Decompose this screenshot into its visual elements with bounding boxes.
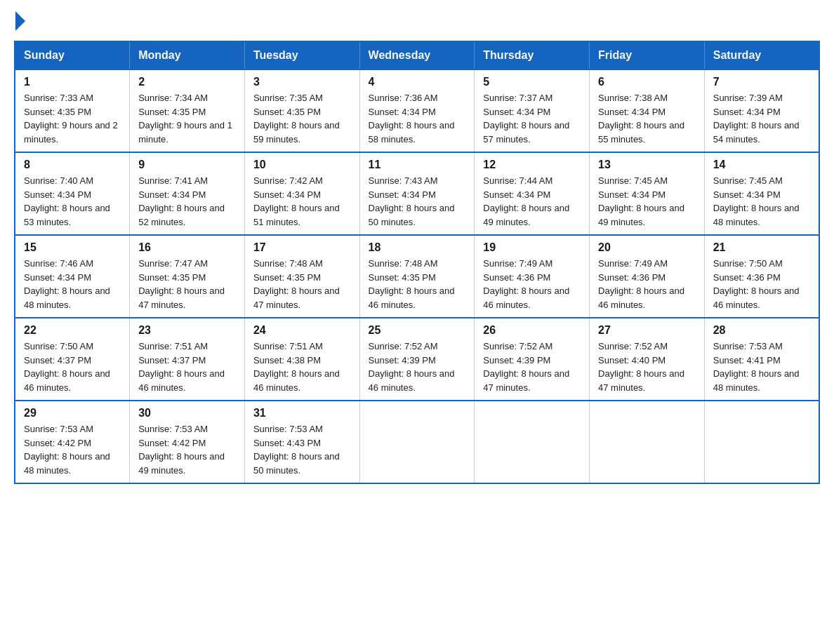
logo-triangle-icon [15,11,25,31]
day-number: 25 [369,324,466,337]
day-info: Sunrise: 7:52 AMSunset: 4:39 PMDaylight:… [483,341,569,393]
day-of-week-friday: Friday [590,41,705,69]
day-of-week-thursday: Thursday [475,41,590,69]
calendar-cell [359,401,475,483]
day-info: Sunrise: 7:38 AMSunset: 4:34 PMDaylight:… [598,93,684,145]
day-info: Sunrise: 7:49 AMSunset: 4:36 PMDaylight:… [598,258,684,310]
calendar-body: 1 Sunrise: 7:33 AMSunset: 4:35 PMDayligh… [15,69,819,483]
day-number: 11 [369,159,466,171]
day-info: Sunrise: 7:48 AMSunset: 4:35 PMDaylight:… [253,258,340,310]
day-info: Sunrise: 7:51 AMSunset: 4:38 PMDaylight:… [253,341,340,393]
day-of-week-monday: Monday [130,41,245,69]
day-number: 10 [253,159,351,171]
calendar-cell: 5 Sunrise: 7:37 AMSunset: 4:34 PMDayligh… [475,69,590,152]
calendar-cell: 2 Sunrise: 7:34 AMSunset: 4:35 PMDayligh… [130,69,245,152]
day-number: 20 [598,241,696,254]
day-info: Sunrise: 7:45 AMSunset: 4:34 PMDaylight:… [713,175,800,227]
calendar-cell: 9 Sunrise: 7:41 AMSunset: 4:34 PMDayligh… [130,152,245,235]
calendar-cell: 4 Sunrise: 7:36 AMSunset: 4:34 PMDayligh… [359,69,475,152]
calendar-cell: 11 Sunrise: 7:43 AMSunset: 4:34 PMDaylig… [359,152,475,235]
calendar-cell: 6 Sunrise: 7:38 AMSunset: 4:34 PMDayligh… [590,69,705,152]
days-of-week-row: SundayMondayTuesdayWednesdayThursdayFrid… [15,41,819,69]
calendar-cell: 23 Sunrise: 7:51 AMSunset: 4:37 PMDaylig… [130,318,245,401]
day-number: 26 [483,324,581,337]
day-info: Sunrise: 7:49 AMSunset: 4:36 PMDaylight:… [483,258,569,310]
calendar-cell: 24 Sunrise: 7:51 AMSunset: 4:38 PMDaylig… [244,318,359,401]
calendar-week-5: 29 Sunrise: 7:53 AMSunset: 4:42 PMDaylig… [15,401,819,483]
calendar-cell: 3 Sunrise: 7:35 AMSunset: 4:35 PMDayligh… [244,69,359,152]
day-number: 23 [138,324,236,337]
day-info: Sunrise: 7:53 AMSunset: 4:42 PMDaylight:… [138,424,225,476]
calendar-cell: 8 Sunrise: 7:40 AMSunset: 4:34 PMDayligh… [15,152,130,235]
calendar-week-1: 1 Sunrise: 7:33 AMSunset: 4:35 PMDayligh… [15,69,819,152]
day-number: 27 [598,324,696,337]
day-number: 16 [138,241,236,254]
day-info: Sunrise: 7:39 AMSunset: 4:34 PMDaylight:… [713,93,800,145]
day-info: Sunrise: 7:48 AMSunset: 4:35 PMDaylight:… [369,258,455,310]
calendar-cell: 19 Sunrise: 7:49 AMSunset: 4:36 PMDaylig… [475,235,590,318]
calendar-cell: 29 Sunrise: 7:53 AMSunset: 4:42 PMDaylig… [15,401,130,483]
day-number: 17 [253,241,351,254]
logo [14,14,25,27]
calendar-cell: 16 Sunrise: 7:47 AMSunset: 4:35 PMDaylig… [130,235,245,318]
day-info: Sunrise: 7:53 AMSunset: 4:41 PMDaylight:… [713,341,800,393]
day-info: Sunrise: 7:53 AMSunset: 4:42 PMDaylight:… [24,424,110,476]
day-number: 21 [713,241,810,254]
calendar-week-3: 15 Sunrise: 7:46 AMSunset: 4:34 PMDaylig… [15,235,819,318]
day-info: Sunrise: 7:51 AMSunset: 4:37 PMDaylight:… [138,341,225,393]
calendar-cell: 10 Sunrise: 7:42 AMSunset: 4:34 PMDaylig… [244,152,359,235]
calendar-header: SundayMondayTuesdayWednesdayThursdayFrid… [15,41,819,69]
day-number: 15 [24,241,121,254]
day-info: Sunrise: 7:53 AMSunset: 4:43 PMDaylight:… [253,424,340,476]
day-info: Sunrise: 7:52 AMSunset: 4:39 PMDaylight:… [369,341,455,393]
calendar-cell: 18 Sunrise: 7:48 AMSunset: 4:35 PMDaylig… [359,235,475,318]
calendar-cell: 30 Sunrise: 7:53 AMSunset: 4:42 PMDaylig… [130,401,245,483]
calendar-cell: 12 Sunrise: 7:44 AMSunset: 4:34 PMDaylig… [475,152,590,235]
day-number: 5 [483,76,581,88]
calendar-cell: 22 Sunrise: 7:50 AMSunset: 4:37 PMDaylig… [15,318,130,401]
day-info: Sunrise: 7:52 AMSunset: 4:40 PMDaylight:… [598,341,684,393]
calendar-cell [475,401,590,483]
calendar-cell: 21 Sunrise: 7:50 AMSunset: 4:36 PMDaylig… [704,235,819,318]
day-of-week-tuesday: Tuesday [244,41,359,69]
day-info: Sunrise: 7:34 AMSunset: 4:35 PMDaylight:… [138,93,232,145]
day-info: Sunrise: 7:50 AMSunset: 4:36 PMDaylight:… [713,258,800,310]
calendar-cell: 7 Sunrise: 7:39 AMSunset: 4:34 PMDayligh… [704,69,819,152]
calendar-cell [704,401,819,483]
calendar-week-4: 22 Sunrise: 7:50 AMSunset: 4:37 PMDaylig… [15,318,819,401]
day-number: 24 [253,324,351,337]
day-number: 14 [713,159,810,171]
calendar-cell: 27 Sunrise: 7:52 AMSunset: 4:40 PMDaylig… [590,318,705,401]
day-number: 7 [713,76,810,88]
day-info: Sunrise: 7:35 AMSunset: 4:35 PMDaylight:… [253,93,340,145]
day-number: 22 [24,324,121,337]
day-info: Sunrise: 7:41 AMSunset: 4:34 PMDaylight:… [138,175,225,227]
calendar-cell: 1 Sunrise: 7:33 AMSunset: 4:35 PMDayligh… [15,69,130,152]
day-number: 9 [138,159,236,171]
calendar-cell: 20 Sunrise: 7:49 AMSunset: 4:36 PMDaylig… [590,235,705,318]
day-info: Sunrise: 7:40 AMSunset: 4:34 PMDaylight:… [24,175,110,227]
calendar-cell: 14 Sunrise: 7:45 AMSunset: 4:34 PMDaylig… [704,152,819,235]
day-number: 31 [253,407,351,420]
day-number: 6 [598,76,696,88]
calendar-cell: 13 Sunrise: 7:45 AMSunset: 4:34 PMDaylig… [590,152,705,235]
day-info: Sunrise: 7:47 AMSunset: 4:35 PMDaylight:… [138,258,225,310]
day-number: 12 [483,159,581,171]
day-number: 8 [24,159,121,171]
day-number: 30 [138,407,236,420]
day-number: 2 [138,76,236,88]
calendar-cell: 25 Sunrise: 7:52 AMSunset: 4:39 PMDaylig… [359,318,475,401]
day-number: 3 [253,76,351,88]
day-info: Sunrise: 7:43 AMSunset: 4:34 PMDaylight:… [369,175,455,227]
day-info: Sunrise: 7:45 AMSunset: 4:34 PMDaylight:… [598,175,684,227]
day-number: 29 [24,407,121,420]
calendar-cell: 17 Sunrise: 7:48 AMSunset: 4:35 PMDaylig… [244,235,359,318]
calendar-week-2: 8 Sunrise: 7:40 AMSunset: 4:34 PMDayligh… [15,152,819,235]
day-info: Sunrise: 7:36 AMSunset: 4:34 PMDaylight:… [369,93,455,145]
day-number: 1 [24,76,121,88]
calendar-cell [590,401,705,483]
day-number: 28 [713,324,810,337]
day-number: 4 [369,76,466,88]
day-number: 19 [483,241,581,254]
calendar-table: SundayMondayTuesdayWednesdayThursdayFrid… [14,41,820,484]
